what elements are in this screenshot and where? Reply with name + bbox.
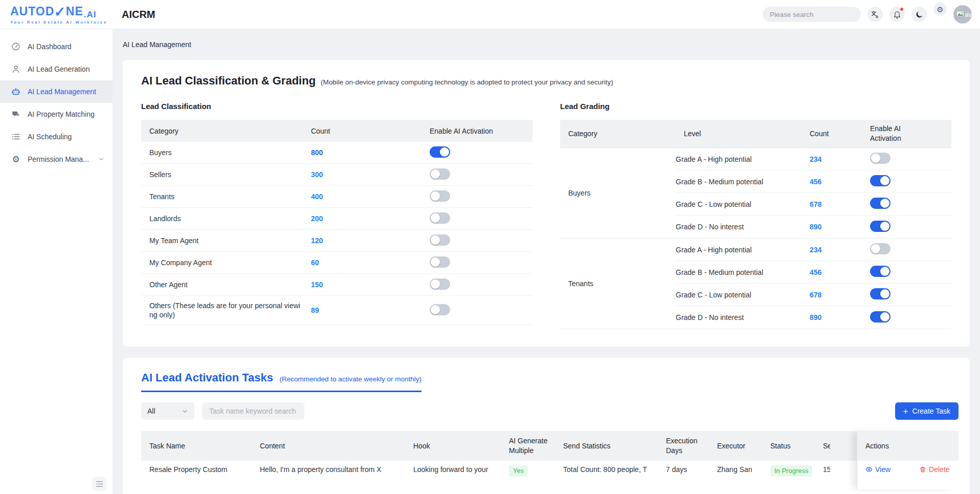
robot-icon [11,87,20,96]
sidebar-item-ai-property-matching[interactable]: AI Property Matching [0,103,113,125]
count-link[interactable]: 800 [311,148,323,157]
category-label: My Company Agent [141,259,303,267]
ai-activation-toggle[interactable] [430,190,450,202]
ai-activation-toggle[interactable] [870,153,890,164]
count-link[interactable]: 678 [810,291,821,299]
table-row: Other Agent 150 [141,274,532,296]
table-row: Grade C - Low potential 678 [676,193,951,216]
count-link[interactable]: 678 [810,200,821,208]
group-category-label: Tenants [560,239,676,329]
execution-days-cell: 7 days [658,461,709,474]
ai-activation-toggle[interactable] [430,212,450,224]
create-task-button[interactable]: + Create Task [895,402,959,420]
task-filter-select[interactable]: All [141,402,194,420]
column-header: Category [141,127,303,135]
column-header: Category [560,130,676,138]
dashboard-icon [11,42,20,51]
column-header: Level [676,130,801,138]
table-row: My Company Agent 60 [141,252,532,274]
ai-activation-toggle[interactable] [430,278,450,290]
ai-activation-toggle[interactable] [870,266,890,277]
count-link[interactable]: 200 [311,214,323,223]
count-link[interactable]: 234 [810,246,821,254]
language-button[interactable]: A [867,7,883,22]
level-label: Grade D - No interest [676,313,801,321]
global-search-input[interactable] [770,11,860,18]
gear-icon: ⚙ [11,155,20,164]
ai-activation-toggle[interactable] [430,168,450,180]
level-label: Grade C - Low potential [676,200,801,208]
table-row: Landlords 200 [141,208,532,230]
ai-activation-toggle[interactable] [870,198,890,209]
ai-activation-toggle[interactable] [430,146,450,158]
table-row: Grade D - No interest 890 [676,216,951,238]
section-title: Lead Classification [141,102,532,111]
count-link[interactable]: 890 [810,223,821,231]
sidebar-item-ai-lead-generation[interactable]: AI Lead Generation [0,58,113,80]
activation-tasks-card: AI Lead Activation Tasks (Recommended to… [123,358,970,494]
sidebar-item-ai-dashboard[interactable]: AI Dashboard [0,35,113,58]
count-link[interactable]: 150 [311,281,323,289]
count-link[interactable]: 456 [810,178,821,186]
category-label: Landlords [141,214,303,223]
sidebar-item-label: AI Lead Generation [28,65,90,73]
card-subtitle: (Mobile on-device privacy computing tech… [321,78,613,86]
column-header: Status [762,442,815,450]
ai-activation-toggle[interactable] [430,234,450,246]
table-row: Resale Property Custom Hello, I'm a prop… [141,461,959,489]
moon-icon [915,10,924,19]
executor-cell: Zhang San [709,461,762,474]
ai-activation-toggle[interactable] [430,256,450,268]
tasks-table-header: Task Name Content Hook AI Generate Multi… [141,431,959,461]
task-name-cell: Resale Property Custom [141,461,252,474]
ai-activation-toggle[interactable] [430,304,450,315]
tasks-table: Task Name Content Hook AI Generate Multi… [141,431,959,489]
count-link[interactable]: 456 [810,268,821,276]
table-row: Grade C - Low potential 678 [676,284,951,306]
count-link[interactable]: 120 [311,237,323,245]
count-link[interactable]: 890 [810,313,821,321]
delete-label: Delete [929,465,949,474]
settings-button[interactable]: ⚙ [933,3,947,16]
count-link[interactable]: 89 [311,306,319,314]
sidebar-item-label: AI Dashboard [28,42,72,51]
menu-fold-icon [96,481,103,487]
grading-table-header: Category Level Count Enable AI Activatio… [560,120,951,148]
sidebar-item-label: AI Lead Management [28,88,96,96]
status-badge: In Progress [770,465,812,477]
ai-activation-toggle[interactable] [870,221,890,232]
table-row: Grade B - Medium potential 456 [676,261,951,284]
table-row: Grade A - High potential 234 [676,148,951,170]
trash-icon [919,466,926,473]
brand-logo: AUTOD✓NE.AI Your Real Estate AI Workforc… [10,5,107,25]
main-content: AI Lead Management AI Lead Classificatio… [113,29,980,494]
delete-link[interactable]: Delete [919,465,949,474]
column-header: Content [252,442,405,450]
count-link[interactable]: 300 [311,170,323,179]
view-link[interactable]: View [865,465,890,474]
ai-activation-toggle[interactable] [870,311,890,323]
count-link[interactable]: 60 [311,259,319,267]
sidebar-item-permission-management[interactable]: ⚙ Permission Mana... [0,148,113,170]
count-link[interactable]: 400 [311,192,323,201]
ai-activation-toggle[interactable] [870,175,890,186]
view-label: View [875,465,890,474]
table-row: Grade D - No interest 890 [676,306,951,329]
breadcrumb: AI Lead Management [113,29,980,49]
sidebar-collapse-button[interactable] [92,477,106,491]
task-keyword-search-input[interactable] [202,402,304,420]
column-header: Task Name [141,442,252,450]
dark-mode-button[interactable] [911,7,927,22]
translate-icon: A [871,10,880,19]
sidebar-item-label: AI Scheduling [28,133,72,141]
level-label: Grade D - No interest [676,223,801,231]
sidebar-item-ai-lead-management[interactable]: AI Lead Management [0,80,113,103]
classification-table-header: Category Count Enable AI Activation [141,120,532,142]
ai-activation-toggle[interactable] [870,288,890,299]
sidebar-item-ai-scheduling[interactable]: AI Scheduling [0,125,113,148]
avatar[interactable]: av [953,5,972,24]
notifications-button[interactable] [889,7,905,22]
table-row: Sellers 300 [141,164,532,186]
ai-activation-toggle[interactable] [870,243,890,254]
count-link[interactable]: 234 [810,155,821,163]
